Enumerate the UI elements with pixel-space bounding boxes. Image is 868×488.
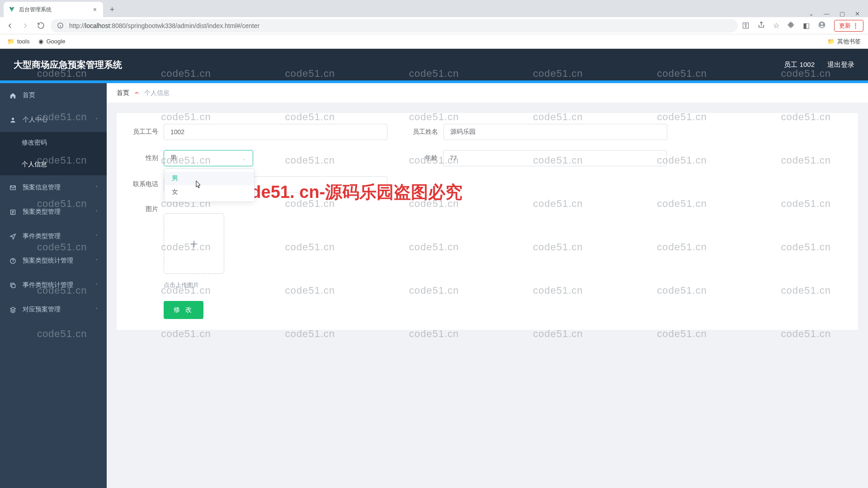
url-scheme: http:// bbox=[69, 22, 85, 29]
svg-rect-7 bbox=[12, 284, 15, 288]
phone-label: 联系电话 bbox=[126, 180, 158, 188]
url-host: localhost bbox=[85, 22, 110, 29]
bookmark-label: Google bbox=[46, 38, 65, 45]
chevron-down-icon: ˅ bbox=[95, 185, 98, 190]
chevron-down-icon: ˅ bbox=[95, 258, 98, 263]
sidepanel-icon[interactable]: ◧ bbox=[803, 21, 810, 30]
sidebar-sub-personalinfo[interactable]: 个人信息 bbox=[0, 154, 107, 175]
sidebar-sub-label: 个人信息 bbox=[22, 160, 47, 169]
minimize-icon[interactable]: — bbox=[824, 10, 830, 17]
sidebar-item-eventtypestats[interactable]: 事件类型统计管理 ˅ bbox=[0, 273, 107, 297]
sidebar-item-correspondplan[interactable]: 对应预案管理 ˅ bbox=[0, 297, 107, 322]
sidebar-sub-label: 修改密码 bbox=[22, 139, 47, 147]
tab-close-icon[interactable]: × bbox=[91, 6, 99, 13]
image-label: 图片 bbox=[126, 205, 158, 213]
sidebar-item-home[interactable]: 首页 bbox=[0, 83, 107, 108]
gender-option-female[interactable]: 女 bbox=[165, 185, 254, 199]
folder-icon: 📁 bbox=[827, 38, 835, 45]
maximize-icon[interactable]: ▢ bbox=[840, 10, 845, 17]
age-label: 年龄 bbox=[405, 154, 438, 162]
emp-no-input[interactable] bbox=[164, 124, 387, 140]
gender-label: 性别 bbox=[126, 154, 158, 162]
send-icon bbox=[9, 233, 16, 240]
svg-point-2 bbox=[821, 23, 823, 25]
bookmark-other[interactable]: 📁其他书签 bbox=[827, 38, 861, 46]
chevron-down-icon: ˅ bbox=[95, 234, 98, 239]
plus-icon: ＋ bbox=[188, 235, 200, 252]
browser-chrome: 后台管理系统 × + ⌄ — ▢ ✕ http://localhost:8080… bbox=[0, 0, 868, 49]
emp-name-label: 员工姓名 bbox=[406, 128, 438, 136]
update-label: 更新 bbox=[839, 22, 851, 30]
upload-hint: 点击上传图片 bbox=[164, 281, 849, 289]
star-icon[interactable]: ☆ bbox=[773, 21, 779, 30]
home-icon bbox=[9, 92, 16, 99]
folder-icon: 📁 bbox=[7, 38, 14, 45]
sidebar-label: 预案类型管理 bbox=[23, 208, 61, 216]
stack-icon bbox=[9, 306, 16, 313]
sidebar-label: 对应预案管理 bbox=[23, 305, 61, 314]
help-icon bbox=[9, 258, 16, 264]
profile-icon[interactable] bbox=[818, 21, 826, 31]
sidebar-label: 首页 bbox=[23, 91, 35, 99]
app-header: 大型商场应急预案管理系统 员工 1002 退出登录 bbox=[0, 49, 868, 80]
url-path: /springbootwk338/admin/dist/index.html#/… bbox=[126, 22, 259, 29]
sidebar-item-personal[interactable]: 个人中心 ˄ bbox=[0, 108, 107, 132]
sidebar-item-eventtype[interactable]: 事件类型管理 ˅ bbox=[0, 224, 107, 249]
google-icon: ◉ bbox=[38, 38, 43, 45]
sidebar-label: 事件类型统计管理 bbox=[23, 281, 73, 289]
bookmark-google[interactable]: ◉Google bbox=[38, 38, 65, 45]
list-icon bbox=[9, 209, 16, 216]
share-icon[interactable] bbox=[758, 21, 765, 30]
fire-icon: 𝄐 bbox=[135, 89, 139, 97]
chevron-down-icon: ˅ bbox=[95, 307, 98, 312]
gender-value: 男 bbox=[170, 154, 177, 162]
sidebar-item-plantypestats[interactable]: 预案类型统计管理 ˅ bbox=[0, 249, 107, 273]
address-bar: http://localhost:8080/springbootwk338/ad… bbox=[0, 17, 868, 34]
site-info-icon[interactable] bbox=[57, 22, 64, 29]
sidebar-label: 个人中心 bbox=[23, 116, 48, 124]
sidebar-sub-changepwd[interactable]: 修改密码 bbox=[0, 132, 107, 154]
current-user[interactable]: 员工 1002 bbox=[784, 61, 815, 69]
emp-name-input[interactable] bbox=[443, 124, 667, 140]
gender-select[interactable]: 男 ⌃ 男 女 bbox=[164, 150, 253, 166]
back-icon[interactable] bbox=[5, 20, 15, 31]
chevron-down-icon: ˅ bbox=[95, 283, 98, 288]
user-icon bbox=[9, 117, 16, 123]
vue-favicon-icon bbox=[8, 6, 15, 13]
new-tab-button[interactable]: + bbox=[106, 3, 118, 16]
submit-button[interactable]: 修 改 bbox=[164, 301, 203, 319]
chevron-up-icon: ⌃ bbox=[242, 155, 246, 161]
main-content: 首页 𝄐 个人信息 员工工号 员工姓名 性别 bbox=[107, 83, 868, 488]
app-root: 大型商场应急预案管理系统 员工 1002 退出登录 首页 个人中心 ˄ 修改密码… bbox=[0, 49, 868, 488]
svg-point-3 bbox=[12, 117, 14, 120]
breadcrumb-home[interactable]: 首页 bbox=[117, 89, 129, 97]
logout-link[interactable]: 退出登录 bbox=[827, 61, 854, 69]
sidebar-label: 预案信息管理 bbox=[23, 183, 61, 192]
image-upload[interactable]: ＋ bbox=[164, 213, 224, 274]
gender-option-male[interactable]: 男 bbox=[165, 172, 254, 185]
window-controls: ⌄ — ▢ ✕ bbox=[809, 10, 868, 17]
url-input[interactable]: http://localhost:8080/springbootwk338/ad… bbox=[51, 19, 738, 33]
toolbar-icons: ⚿ ☆ ◧ 更新⋮ bbox=[742, 20, 863, 32]
extensions-icon[interactable] bbox=[788, 21, 795, 30]
reload-icon[interactable] bbox=[35, 20, 46, 31]
update-button[interactable]: 更新⋮ bbox=[834, 20, 863, 32]
sidebar-label: 事件类型管理 bbox=[23, 232, 61, 240]
emp-no-label: 员工工号 bbox=[126, 128, 158, 136]
age-input[interactable] bbox=[443, 150, 667, 166]
bookmark-tools[interactable]: 📁tools bbox=[7, 38, 29, 45]
close-window-icon[interactable]: ✕ bbox=[855, 10, 860, 17]
sidebar-item-planinfo[interactable]: 预案信息管理 ˅ bbox=[0, 175, 107, 200]
browser-tab[interactable]: 后台管理系统 × bbox=[4, 2, 103, 17]
sidebar-item-plantype[interactable]: 预案类型管理 ˅ bbox=[0, 200, 107, 224]
breadcrumb: 首页 𝄐 个人信息 bbox=[107, 83, 868, 103]
sidebar: 首页 个人中心 ˄ 修改密码 个人信息 预案信息管理 ˅ 预案类型管理 ˅ 事件 bbox=[0, 83, 107, 488]
tab-bar: 后台管理系统 × + ⌄ — ▢ ✕ bbox=[0, 0, 868, 17]
copy-icon bbox=[9, 282, 16, 289]
chevron-down-icon[interactable]: ⌄ bbox=[809, 10, 814, 17]
forward-icon[interactable] bbox=[20, 20, 31, 31]
key-icon[interactable]: ⚿ bbox=[742, 22, 750, 30]
chevron-down-icon: ˅ bbox=[95, 210, 98, 215]
sidebar-label: 预案类型统计管理 bbox=[23, 257, 73, 265]
chevron-up-icon: ˄ bbox=[95, 117, 98, 122]
